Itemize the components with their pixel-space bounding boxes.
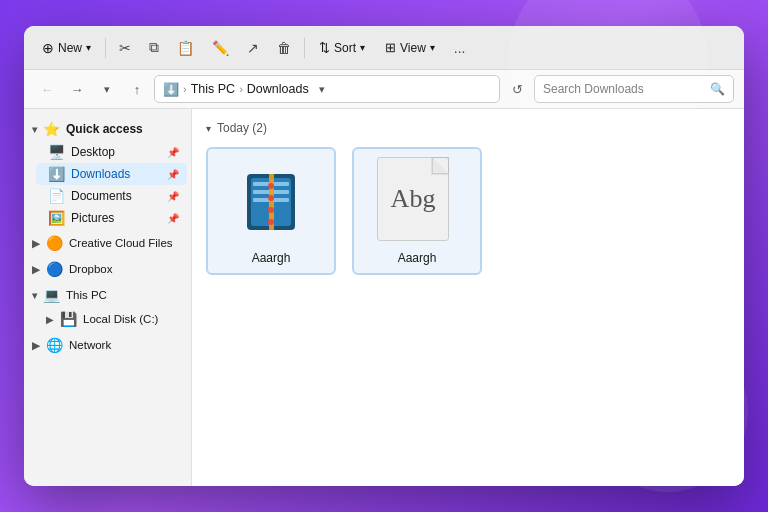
svg-point-8 bbox=[268, 207, 274, 213]
downloads-label: Downloads bbox=[71, 167, 130, 181]
quick-access-chevron-icon: ▾ bbox=[32, 124, 37, 135]
network-icon: 🌐 bbox=[46, 337, 63, 353]
path-dropdown-button[interactable]: ▾ bbox=[313, 80, 331, 98]
current-folder-segment[interactable]: Downloads bbox=[247, 82, 309, 96]
font-file-icon: Abg bbox=[377, 157, 457, 247]
font-preview-text: Abg bbox=[391, 184, 436, 214]
share-button[interactable]: ↗ bbox=[240, 35, 266, 61]
new-button[interactable]: ⊕ New ▾ bbox=[34, 35, 99, 61]
recent-button[interactable]: ▾ bbox=[94, 76, 120, 102]
forward-button[interactable]: → bbox=[64, 76, 90, 102]
sidebar-item-downloads[interactable]: ⬇️ Downloads 📌 bbox=[36, 163, 187, 185]
pin-icon3: 📌 bbox=[167, 191, 179, 202]
dropbox-section: ▶ 🔵 Dropbox bbox=[24, 257, 191, 281]
file-item-winrar[interactable]: Aaargh bbox=[206, 147, 336, 275]
dropbox-label: Dropbox bbox=[69, 263, 112, 275]
chevron-down-icon: ▾ bbox=[86, 42, 91, 53]
cut-button[interactable]: ✂ bbox=[112, 35, 138, 61]
new-icon: ⊕ bbox=[42, 40, 54, 56]
pin-icon2: 📌 bbox=[167, 169, 179, 180]
this-pc-label: This PC bbox=[66, 289, 107, 301]
dropbox-icon: 🔵 bbox=[46, 261, 63, 277]
local-disk-label: Local Disk (C:) bbox=[83, 313, 158, 325]
pictures-icon: 🖼️ bbox=[48, 210, 65, 226]
winrar-icon-container bbox=[216, 157, 326, 247]
sidebar-item-pictures[interactable]: 🖼️ Pictures 📌 bbox=[36, 207, 187, 229]
more-button[interactable]: ... bbox=[447, 35, 473, 61]
downloads-icon: ⬇️ bbox=[48, 166, 65, 182]
dropbox-header[interactable]: ▶ 🔵 Dropbox bbox=[28, 257, 187, 281]
sort-icon: ⇅ bbox=[319, 40, 330, 55]
svg-point-7 bbox=[268, 195, 274, 201]
font-icon-container: Abg bbox=[362, 157, 472, 247]
cc-icon: 🟠 bbox=[46, 235, 63, 251]
rename-button[interactable]: ✏️ bbox=[205, 35, 236, 61]
toolbar: ⊕ New ▾ ✂ ⧉ 📋 ✏️ ↗ 🗑 ⇅ Sort ▾ ⊞ View ▾ .… bbox=[24, 26, 744, 70]
section-label: Today (2) bbox=[217, 121, 267, 135]
quick-access-children: 🖥️ Desktop 📌 ⬇️ Downloads 📌 📄 Documents … bbox=[24, 141, 191, 229]
files-grid: Aaargh Abg bbox=[206, 147, 730, 275]
network-chevron-icon: ▶ bbox=[32, 340, 40, 351]
winrar-icon bbox=[239, 170, 303, 234]
view-icon: ⊞ bbox=[385, 40, 396, 55]
this-pc-icon: 💻 bbox=[43, 287, 60, 303]
creative-cloud-header[interactable]: ▶ 🟠 Creative Cloud Files bbox=[28, 231, 187, 255]
desktop-icon: 🖥️ bbox=[48, 144, 65, 160]
network-section: ▶ 🌐 Network bbox=[24, 333, 191, 357]
network-label: Network bbox=[69, 339, 111, 351]
local-disk-icon: 💾 bbox=[60, 311, 77, 327]
sort-chevron-icon: ▾ bbox=[360, 42, 365, 53]
file-name-2: Aaargh bbox=[398, 251, 437, 265]
quick-access-section: ▾ ⭐ Quick access 🖥️ Desktop 📌 ⬇️ Downloa… bbox=[24, 117, 191, 229]
search-icon: 🔍 bbox=[710, 82, 725, 96]
section-chevron-icon: ▾ bbox=[206, 123, 211, 134]
creative-cloud-section: ▶ 🟠 Creative Cloud Files bbox=[24, 231, 191, 255]
address-bar: ← → ▾ ↑ ⬇️ › This PC › Downloads ▾ ↺ 🔍 bbox=[24, 70, 744, 109]
main-area: ▾ ⭐ Quick access 🖥️ Desktop 📌 ⬇️ Downloa… bbox=[24, 109, 744, 486]
documents-label: Documents bbox=[71, 189, 132, 203]
dropbox-chevron-icon: ▶ bbox=[32, 264, 40, 275]
pictures-label: Pictures bbox=[71, 211, 114, 225]
network-header[interactable]: ▶ 🌐 Network bbox=[28, 333, 187, 357]
paste-button[interactable]: 📋 bbox=[170, 35, 201, 61]
view-button[interactable]: ⊞ View ▾ bbox=[377, 35, 443, 60]
this-pc-chevron-icon: ▾ bbox=[32, 290, 37, 301]
content-area: ▾ Today (2) bbox=[192, 109, 744, 486]
back-button[interactable]: ← bbox=[34, 76, 60, 102]
copy-button[interactable]: ⧉ bbox=[142, 34, 166, 61]
svg-point-9 bbox=[268, 219, 274, 225]
sidebar-item-documents[interactable]: 📄 Documents 📌 bbox=[36, 185, 187, 207]
delete-button[interactable]: 🗑 bbox=[270, 35, 298, 61]
sidebar: ▾ ⭐ Quick access 🖥️ Desktop 📌 ⬇️ Downloa… bbox=[24, 109, 192, 486]
sidebar-item-desktop[interactable]: 🖥️ Desktop 📌 bbox=[36, 141, 187, 163]
view-chevron-icon: ▾ bbox=[430, 42, 435, 53]
address-path: ⬇️ › This PC › Downloads ▾ bbox=[154, 75, 500, 103]
more-icon: ... bbox=[454, 40, 466, 56]
this-pc-section: ▾ 💻 This PC ▶ 💾 Local Disk (C:) bbox=[24, 283, 191, 331]
svg-marker-10 bbox=[431, 157, 449, 175]
up-button[interactable]: ↑ bbox=[124, 76, 150, 102]
pin-icon4: 📌 bbox=[167, 213, 179, 224]
sort-button[interactable]: ⇅ Sort ▾ bbox=[311, 35, 373, 60]
this-pc-header[interactable]: ▾ 💻 This PC bbox=[28, 283, 187, 307]
file-explorer-window: ⊕ New ▾ ✂ ⧉ 📋 ✏️ ↗ 🗑 ⇅ Sort ▾ ⊞ View ▾ .… bbox=[24, 26, 744, 486]
downloads-path-icon: ⬇️ bbox=[163, 82, 179, 97]
quick-access-star-icon: ⭐ bbox=[43, 121, 60, 137]
cc-chevron-icon: ▶ bbox=[32, 238, 40, 249]
section-header: ▾ Today (2) bbox=[206, 119, 730, 137]
separator bbox=[105, 38, 106, 58]
refresh-button[interactable]: ↺ bbox=[504, 76, 530, 102]
quick-access-header[interactable]: ▾ ⭐ Quick access bbox=[28, 117, 187, 141]
local-disk-chevron-icon: ▶ bbox=[46, 314, 54, 325]
file-name-1: Aaargh bbox=[252, 251, 291, 265]
desktop-label: Desktop bbox=[71, 145, 115, 159]
search-box: 🔍 bbox=[534, 75, 734, 103]
search-input[interactable] bbox=[543, 82, 704, 96]
this-pc-children: ▶ 💾 Local Disk (C:) bbox=[24, 307, 191, 331]
quick-access-label: Quick access bbox=[66, 122, 143, 136]
local-disk-header[interactable]: ▶ 💾 Local Disk (C:) bbox=[36, 307, 187, 331]
file-item-font[interactable]: Abg Aaargh bbox=[352, 147, 482, 275]
cc-label: Creative Cloud Files bbox=[69, 237, 173, 249]
documents-icon: 📄 bbox=[48, 188, 65, 204]
this-pc-segment[interactable]: This PC bbox=[191, 82, 235, 96]
